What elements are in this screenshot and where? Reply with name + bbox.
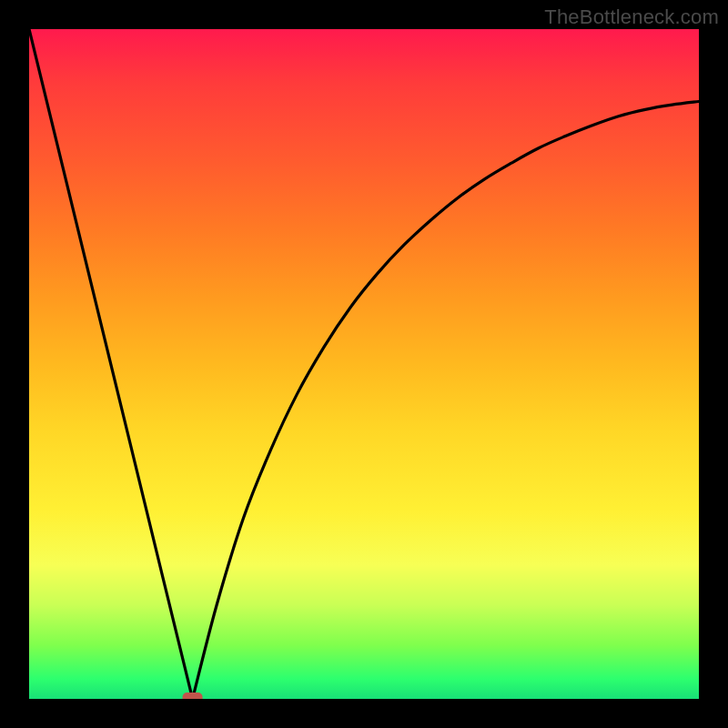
plot-background-gradient (29, 29, 699, 699)
watermark-text: TheBottleneck.com (544, 5, 719, 29)
chart-frame: TheBottleneck.com (0, 0, 728, 728)
